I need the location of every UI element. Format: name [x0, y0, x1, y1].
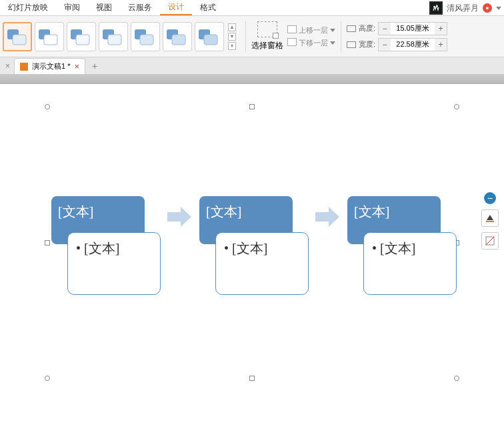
svg-point-2 [437, 5, 438, 7]
style-thumb-7[interactable] [195, 22, 224, 51]
username: 清风弄月 [447, 3, 479, 14]
svg-rect-17 [486, 221, 494, 222]
width-spinner[interactable]: − + [378, 38, 447, 51]
svg-rect-6 [44, 35, 57, 45]
selection-pane-icon [257, 21, 277, 37]
resize-handle[interactable] [45, 104, 50, 109]
height-input[interactable] [391, 25, 435, 33]
side-toolbar: − [481, 192, 499, 250]
resize-handle[interactable] [249, 376, 255, 381]
height-decrement[interactable]: − [379, 23, 391, 35]
gallery-expand-icon[interactable]: ▾ [228, 42, 236, 50]
separator [341, 21, 341, 52]
bring-forward-icon [289, 27, 297, 33]
node-title: [文本] [354, 204, 389, 219]
style-thumb-3[interactable] [67, 22, 96, 51]
document-tabbar: × 演示文稿1 * × + [0, 57, 504, 75]
document-tab[interactable]: 演示文稿1 * × [14, 58, 85, 74]
node-bullet: [文本] [372, 241, 415, 256]
style-gallery: ▲ ▼ ▾ [1, 19, 240, 55]
menu-slideshow[interactable]: 幻灯片放映 [0, 0, 56, 15]
resize-handle[interactable] [249, 104, 255, 109]
style-thumb-5[interactable] [131, 22, 160, 51]
width-label: 宽度: [359, 39, 375, 49]
svg-rect-4 [13, 35, 26, 45]
canvas: [文本] [文本] [文本] [文本] [文本] [文本] − [0, 75, 504, 423]
chevron-down-icon [330, 29, 335, 32]
style-thumb-2[interactable] [35, 22, 64, 51]
height-label: 高度: [359, 23, 375, 33]
crop-tool[interactable] [481, 232, 499, 250]
selection-pane-label: 选择窗格 [251, 40, 283, 51]
separator [245, 21, 246, 52]
collapse-button[interactable]: − [484, 192, 496, 204]
node-title: [文本] [58, 204, 93, 219]
width-increment[interactable]: + [435, 39, 447, 51]
style-thumb-4[interactable] [99, 22, 128, 51]
arrow-icon [167, 207, 191, 227]
svg-rect-12 [140, 35, 153, 45]
layer-group: 上移一层 下移一层 [289, 25, 335, 48]
send-backward-icon [289, 39, 297, 46]
node-bullet-box[interactable]: [文本] [215, 232, 309, 295]
selection-pane-group[interactable]: 选择窗格 [251, 21, 283, 51]
ribbon: ▲ ▼ ▾ 选择窗格 上移一层 下移一层 高度: − + 宽度: − [0, 16, 504, 57]
svg-rect-16 [204, 35, 217, 45]
width-decrement[interactable]: − [379, 39, 391, 51]
gallery-scroll: ▲ ▼ ▾ [228, 23, 239, 50]
gallery-down-icon[interactable]: ▼ [228, 33, 236, 41]
menu-review[interactable]: 审阅 [56, 0, 88, 15]
height-spinner[interactable]: − + [378, 22, 447, 35]
svg-rect-8 [76, 35, 89, 45]
svg-point-1 [433, 6, 435, 7]
menu-format[interactable]: 格式 [192, 0, 224, 15]
chevron-down-icon[interactable] [496, 7, 501, 10]
node-bullet: [文本] [76, 241, 119, 256]
svg-rect-10 [108, 35, 121, 45]
resize-handle[interactable] [45, 376, 50, 381]
menu-design[interactable]: 设计 [160, 0, 192, 15]
height-icon [347, 25, 356, 32]
node-bullet-box[interactable]: [文本] [363, 232, 457, 295]
resize-handle[interactable] [454, 104, 459, 109]
menubar: 幻灯片放映 审阅 视图 云服务 设计 格式 清风弄月 ● [0, 0, 504, 16]
width-input[interactable] [391, 41, 435, 49]
svg-rect-14 [172, 35, 185, 45]
notification-icon[interactable]: ● [483, 3, 492, 13]
height-increment[interactable]: + [435, 23, 447, 35]
add-tab-button[interactable]: + [87, 58, 103, 74]
tab-close-icon[interactable]: × [74, 61, 79, 71]
send-backward[interactable]: 下移一层 [289, 38, 335, 48]
width-icon [347, 41, 356, 48]
node-title: [文本] [206, 204, 241, 219]
menu-view[interactable]: 视图 [88, 0, 120, 15]
chevron-down-icon [330, 41, 335, 45]
user-area: 清风弄月 ● [429, 0, 501, 16]
menu-cloud[interactable]: 云服务 [120, 0, 160, 15]
size-group: 高度: − + 宽度: − + [347, 22, 447, 51]
avatar[interactable] [429, 1, 443, 15]
gallery-up-icon[interactable]: ▲ [228, 23, 236, 31]
style-thumb-1[interactable] [3, 22, 32, 51]
node-bullet-box[interactable]: [文本] [67, 232, 161, 295]
ruler-strip [0, 75, 504, 84]
smartart-selection[interactable]: [文本] [文本] [文本] [文本] [文本] [文本] [47, 107, 457, 378]
style-thumb-6[interactable] [163, 22, 192, 51]
presentation-icon [20, 63, 28, 71]
document-title: 演示文稿1 * [32, 61, 70, 71]
node-bullet: [文本] [224, 241, 267, 256]
resize-handle[interactable] [45, 240, 50, 246]
close-icon[interactable]: × [3, 61, 13, 71]
resize-handle[interactable] [454, 376, 459, 381]
bring-forward[interactable]: 上移一层 [289, 25, 335, 35]
arrow-icon [315, 207, 339, 227]
fill-tool[interactable] [481, 209, 499, 227]
